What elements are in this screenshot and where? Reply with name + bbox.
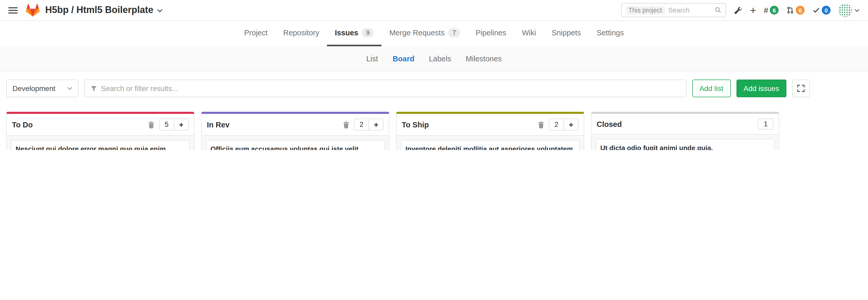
board-column-in-rev: In Rev 2 + Officiis eum accusamus volupt…: [201, 112, 389, 150]
gitlab-logo-icon[interactable]: [25, 3, 40, 18]
tab-merge-requests[interactable]: Merge Requests 7: [381, 21, 468, 46]
issue-card[interactable]: Nesciunt qui dolore error magni quo quia…: [11, 140, 190, 150]
issue-card[interactable]: Ut dicta odio fugit animi unde quia. #8: [596, 139, 774, 150]
tab-repository[interactable]: Repository: [276, 21, 327, 46]
board-column-todo: To Do 5 + Nesciunt qui dolore error magn…: [6, 112, 194, 150]
delete-list-icon[interactable]: [343, 121, 349, 128]
search-icon: [715, 7, 721, 13]
gitlab-board-page: H5bp / Html5 Boilerplate This project Se…: [0, 0, 868, 150]
column-issue-count: 2: [354, 119, 369, 130]
new-plus-icon[interactable]: +: [750, 5, 756, 16]
admin-wrench-icon[interactable]: [734, 6, 742, 14]
todos-shortcut[interactable]: 0: [812, 6, 831, 14]
subtab-board[interactable]: Board: [385, 46, 422, 71]
column-issue-count: 5: [159, 119, 174, 130]
fullscreen-icon: [797, 85, 805, 92]
subtab-milestones[interactable]: Milestones: [458, 46, 509, 71]
tab-label: Project: [244, 29, 268, 37]
column-title: To Do: [12, 120, 33, 129]
chevron-down-icon: [855, 8, 860, 12]
add-issues-button[interactable]: Add issues: [736, 80, 786, 97]
tab-label: Wiki: [522, 29, 536, 37]
delete-list-icon[interactable]: [538, 121, 544, 128]
issues-count-pill: 9: [362, 28, 374, 37]
column-title: Closed: [597, 120, 622, 128]
global-search-input[interactable]: This project Search: [621, 3, 726, 17]
tab-label: Snippets: [552, 29, 581, 37]
board-column-to-ship: To Ship 2 + Inventore deleniti mollitia …: [396, 112, 584, 150]
column-card-list: Nesciunt qui dolore error magni quo quia…: [7, 136, 194, 150]
search-scope-badge: This project: [626, 6, 664, 14]
issue-title: Inventore deleniti mollitia aut asperior…: [405, 145, 575, 150]
column-header: To Ship 2 +: [397, 114, 584, 136]
merge-requests-shortcut[interactable]: 6: [786, 6, 805, 14]
issue-card[interactable]: Inventore deleniti mollitia aut asperior…: [401, 140, 580, 150]
delete-list-icon[interactable]: [148, 121, 154, 128]
issue-title: Ut dicta odio fugit animi unde quia.: [600, 144, 770, 150]
todos-count-badge: 0: [822, 6, 831, 14]
user-menu[interactable]: [838, 3, 860, 17]
board-column-closed: Closed 1 Ut dicta odio fugit animi unde …: [591, 112, 779, 150]
column-count-group: 2 +: [549, 119, 579, 130]
column-issue-count: 1: [758, 119, 773, 129]
project-nav-tabs: Project Repository Issues 9 Merge Reques…: [0, 21, 868, 46]
chevron-down-icon: [157, 9, 163, 12]
project-breadcrumb-title[interactable]: H5bp / Html5 Boilerplate: [45, 5, 163, 16]
tab-label: Issues: [335, 29, 358, 37]
user-avatar: [838, 3, 852, 17]
top-navbar: H5bp / Html5 Boilerplate This project Se…: [0, 0, 868, 21]
tab-label: Repository: [283, 29, 319, 37]
column-title: To Ship: [402, 120, 429, 129]
tab-settings[interactable]: Settings: [589, 21, 632, 46]
issue-title: Officiis eum accusamus voluptas qui iste…: [211, 145, 380, 150]
subtab-labels[interactable]: Labels: [422, 46, 458, 71]
fullscreen-button[interactable]: [792, 80, 810, 97]
navbar-right-controls: This project Search + # 6 6: [621, 3, 860, 17]
column-card-list: Inventore deleniti mollitia aut asperior…: [397, 136, 584, 150]
add-issue-to-list-button[interactable]: +: [369, 119, 383, 130]
issues-shortcut[interactable]: # 6: [764, 6, 779, 14]
tab-label: Settings: [597, 29, 624, 37]
column-header: In Rev 2 +: [202, 114, 389, 136]
subtab-list[interactable]: List: [359, 46, 385, 71]
merge-request-icon: [786, 6, 794, 14]
filter-search-wrapper: [84, 80, 686, 97]
issue-board: To Do 5 + Nesciunt qui dolore error magn…: [0, 106, 868, 150]
add-issue-to-list-button[interactable]: +: [563, 119, 578, 130]
milestone-dropdown[interactable]: Development: [6, 80, 78, 97]
filter-funnel-icon: [90, 85, 97, 92]
column-issue-count: 2: [549, 119, 563, 130]
hamburger-menu-icon[interactable]: [8, 7, 18, 13]
board-filter-bar: Development Add list Add issues: [0, 71, 868, 106]
tab-issues[interactable]: Issues 9: [327, 21, 381, 46]
tab-snippets[interactable]: Snippets: [544, 21, 589, 46]
chevron-down-icon: [67, 87, 72, 90]
merge-requests-count-badge: 6: [796, 6, 805, 14]
filter-search-input[interactable]: [101, 84, 680, 93]
project-title-text: H5bp / Html5 Boilerplate: [45, 5, 153, 16]
merge-requests-count-pill: 7: [448, 28, 460, 37]
issue-card[interactable]: Officiis eum accusamus voluptas qui iste…: [206, 140, 384, 150]
tab-label: Pipelines: [475, 29, 506, 37]
column-header: Closed 1: [591, 114, 779, 134]
milestone-dropdown-value: Development: [12, 84, 55, 93]
search-placeholder-text: Search: [668, 6, 711, 14]
column-count-group: 5 +: [159, 119, 189, 130]
issues-count-badge: 6: [770, 6, 779, 14]
column-header: To Do 5 +: [7, 114, 194, 136]
issues-sub-nav: List Board Labels Milestones: [0, 46, 868, 71]
issues-hash-icon: #: [764, 6, 768, 14]
column-title: In Rev: [207, 120, 229, 129]
tab-wiki[interactable]: Wiki: [514, 21, 544, 46]
issue-title: Nesciunt qui dolore error magni quo quia…: [16, 145, 185, 150]
add-issue-to-list-button[interactable]: +: [174, 119, 188, 130]
column-count-group: 2 +: [354, 119, 383, 130]
tab-project[interactable]: Project: [237, 21, 276, 46]
tab-pipelines[interactable]: Pipelines: [468, 21, 514, 46]
add-list-button[interactable]: Add list: [692, 80, 731, 97]
column-card-list: Officiis eum accusamus voluptas qui iste…: [202, 136, 389, 150]
tab-label: Merge Requests: [389, 29, 445, 37]
todos-check-icon: [812, 6, 820, 14]
column-card-list: Ut dicta odio fugit animi unde quia. #8: [591, 134, 779, 150]
